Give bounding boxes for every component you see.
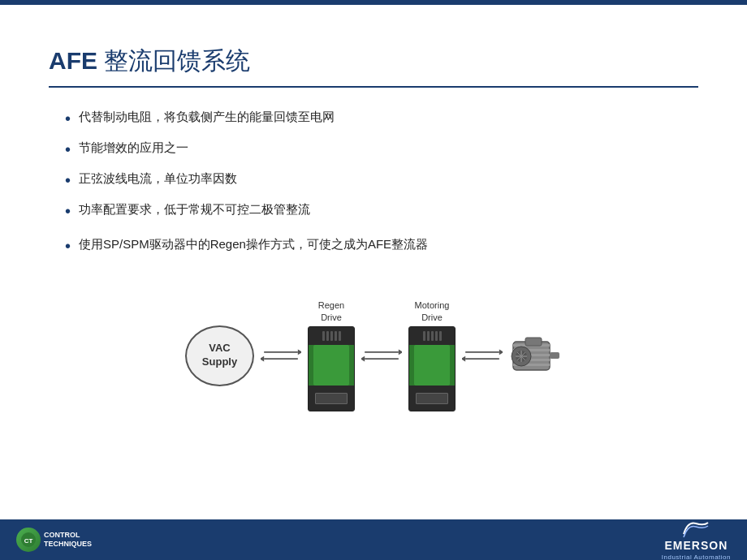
drive-green-mid xyxy=(309,345,354,386)
ct-circle-icon: CT xyxy=(16,528,41,552)
svg-marker-5 xyxy=(399,350,402,355)
vent-9 xyxy=(435,331,438,341)
vent-3 xyxy=(330,331,333,341)
drive-green-inner-2 xyxy=(414,345,451,386)
svg-rect-18 xyxy=(550,352,559,359)
supply-text: Supply xyxy=(202,355,237,369)
drive-vents xyxy=(319,330,344,342)
emerson-name: EMERSON xyxy=(664,539,728,552)
svg-marker-7 xyxy=(361,356,365,362)
drive-vents-2 xyxy=(420,330,445,342)
drive-display xyxy=(315,393,348,404)
bullet-item-3: 正弦波线电流，单位功率因数 xyxy=(65,170,698,192)
vent-6 xyxy=(423,331,425,341)
emerson-symbol-icon xyxy=(680,519,712,537)
motoring-drive: Motoring Drive xyxy=(408,299,456,411)
slide: AFE 整流回馈系统 代替制动电阻，将负载侧产生的能量回馈至电网 节能增效的应用… xyxy=(0,0,747,560)
drive-bottom xyxy=(309,386,354,411)
svg-marker-9 xyxy=(499,350,503,355)
drive-green-mid-2 xyxy=(409,345,455,386)
bullet-item-5: 使用SP/SPM驱动器中的Regen操作方式，可使之成为AFE整流器 xyxy=(65,235,698,258)
title-suffix: 整流回馈系统 xyxy=(97,47,250,74)
arrow-1 xyxy=(261,343,301,368)
regen-drive-label: Regen Drive xyxy=(318,299,344,323)
vent-2 xyxy=(326,331,329,341)
arrow-3 xyxy=(462,343,503,368)
drive-display-2 xyxy=(416,393,448,404)
svg-marker-3 xyxy=(261,356,264,362)
bullet-list-2: 使用SP/SPM驱动器中的Regen操作方式，可使之成为AFE整流器 xyxy=(49,235,698,258)
drive-top-2 xyxy=(409,327,455,345)
vent-7 xyxy=(427,331,430,341)
ct-text-line2: TECHNIQUES xyxy=(44,540,92,549)
top-bar xyxy=(0,0,747,5)
bullet-item-2: 节能增效的应用之一 xyxy=(65,139,698,162)
regen-drive-body xyxy=(308,326,355,411)
arrow-2 xyxy=(361,343,402,368)
bullet-item-4: 功率配置要求，低于常规不可控二极管整流 xyxy=(65,200,698,223)
ct-text-line1: CONTROL xyxy=(44,531,92,540)
motor-icon xyxy=(509,330,562,382)
motoring-drive-body xyxy=(408,326,456,411)
vent-4 xyxy=(335,331,337,341)
bullet-list-1: 代替制动电阻，将负载侧产生的能量回馈至电网 节能增效的应用之一 正弦波线电流，单… xyxy=(49,108,698,223)
drive-top xyxy=(309,327,354,345)
svg-marker-11 xyxy=(462,356,465,362)
bullet-item-1: 代替制动电阻，将负载侧产生的能量回馈至电网 xyxy=(65,108,698,131)
bottom-bar: CT CONTROL TECHNIQUES EMERSON Industrial… xyxy=(0,519,747,560)
vent-8 xyxy=(431,331,434,341)
svg-text:CT: CT xyxy=(24,537,33,545)
emerson-sub: Industrial Automation xyxy=(662,554,731,561)
control-techniques-logo: CT CONTROL TECHNIQUES xyxy=(16,525,114,554)
vac-supply-circle: VAC Supply xyxy=(185,325,254,386)
vent-10 xyxy=(439,331,442,341)
drive-green-inner xyxy=(313,345,350,386)
emerson-logo: EMERSON Industrial Automation xyxy=(662,519,731,561)
vent-1 xyxy=(322,331,325,341)
drive-bottom-2 xyxy=(409,386,455,411)
title-afe: AFE xyxy=(49,47,97,74)
vent-5 xyxy=(339,331,341,341)
svg-marker-1 xyxy=(298,350,301,355)
motoring-drive-label: Motoring Drive xyxy=(415,299,450,323)
vac-text: VAC xyxy=(209,342,230,355)
regen-drive: Regen Drive xyxy=(308,299,355,411)
svg-rect-25 xyxy=(525,338,542,346)
diagram: VAC Supply Regen Drive xyxy=(49,274,698,437)
slide-title: AFE 整流回馈系统 xyxy=(49,45,698,88)
